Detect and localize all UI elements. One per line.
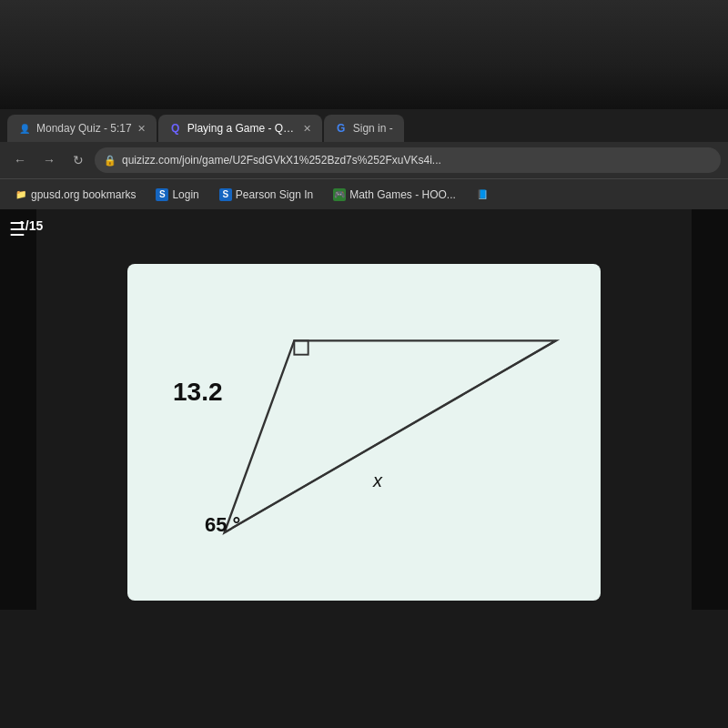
bookmarks-bar: 📁 gpusd.org bookmarks S Login S Pearson … <box>0 178 728 209</box>
progress-text: 1/15 <box>18 218 43 233</box>
tab-close-2[interactable]: ✕ <box>303 123 311 135</box>
bookmark-pearson-label: Pearson Sign In <box>236 188 313 201</box>
tab-close-1[interactable]: ✕ <box>137 123 146 135</box>
lock-icon: 🔒 <box>104 155 116 167</box>
quiz-card: 13.2 65 ° x <box>127 264 601 601</box>
bookmark-s-icon-login: S <box>156 188 168 201</box>
refresh-icon: ↻ <box>73 153 84 167</box>
forward-icon: → <box>43 153 56 167</box>
bookmark-book[interactable]: 📘 <box>469 186 496 204</box>
tab-monday-quiz[interactable]: 👤 Monday Quiz - 5:17 ✕ <box>7 115 157 142</box>
bookmark-s-icon-pearson: S <box>219 188 232 201</box>
triangle-area: 13.2 65 ° x <box>155 282 573 582</box>
progress-indicator: 1/15 <box>18 218 43 233</box>
bookmark-mathgames-label: Math Games - HOO... <box>349 188 456 201</box>
bookmark-gpusd[interactable]: 📁 gpusd.org bookmarks <box>7 186 143 204</box>
browser-chrome: 👤 Monday Quiz - 5:17 ✕ Q Playing a Game … <box>0 109 728 209</box>
tab-label-3: Sign in - <box>353 122 393 135</box>
tab-bar: 👤 Monday Quiz - 5:17 ✕ Q Playing a Game … <box>0 109 728 142</box>
svg-line-2 <box>225 340 556 532</box>
bookmark-mathgames-icon: 🎮 <box>333 188 346 201</box>
tab-label-2: Playing a Game - Quizizz <box>187 122 298 135</box>
page-content: ☰ 1/15 13.2 65 ° x <box>0 209 728 610</box>
angle-label: 65 ° <box>205 513 240 537</box>
back-icon: ← <box>14 153 26 167</box>
bookmark-mathgames[interactable]: 🎮 Math Games - HOO... <box>326 186 463 204</box>
triangle-svg <box>155 282 573 582</box>
refresh-button[interactable]: ↻ <box>66 147 91 173</box>
address-bar-row: ← → ↻ 🔒 quizizz.com/join/game/U2FsdGVkX1… <box>0 142 728 178</box>
dark-overlay-left <box>0 209 36 610</box>
svg-rect-1 <box>294 340 308 354</box>
forward-button[interactable]: → <box>36 147 62 173</box>
bookmark-login[interactable]: S Login <box>148 186 206 204</box>
tab-favicon-3: G <box>335 122 348 135</box>
variable-label: x <box>373 470 382 491</box>
tab-favicon-2: Q <box>169 122 182 135</box>
url-text: quizizz.com/join/game/U2FsdGVkX1%252Bzd7… <box>122 154 441 167</box>
bezel-top <box>0 0 728 109</box>
side-length-label: 13.2 <box>173 378 223 407</box>
bookmark-gpusd-label: gpusd.org bookmarks <box>31 188 136 201</box>
tab-google-signin[interactable]: G Sign in - <box>324 115 404 142</box>
bookmark-folder-icon: 📁 <box>15 188 27 201</box>
address-bar[interactable]: 🔒 quizizz.com/join/game/U2FsdGVkX1%252Bz… <box>95 147 721 173</box>
bookmark-login-label: Login <box>172 188 198 201</box>
tab-favicon-1: 👤 <box>18 122 31 135</box>
tab-quizizz[interactable]: Q Playing a Game - Quizizz ✕ <box>158 115 322 142</box>
bookmark-book-icon: 📘 <box>476 188 489 201</box>
tab-label-1: Monday Quiz - 5:17 <box>36 122 132 135</box>
bookmark-pearson[interactable]: S Pearson Sign In <box>212 186 320 204</box>
back-button[interactable]: ← <box>7 147 33 173</box>
dark-overlay-right <box>692 209 728 610</box>
